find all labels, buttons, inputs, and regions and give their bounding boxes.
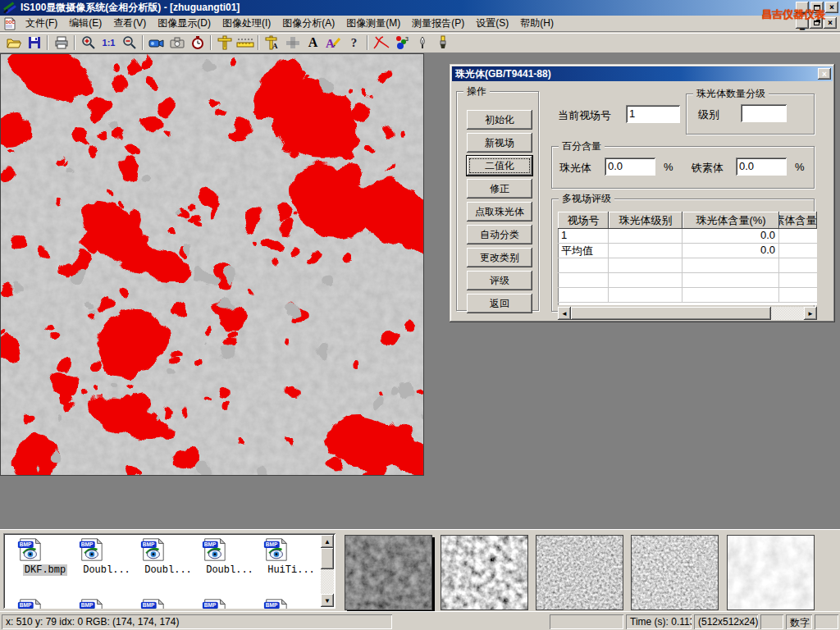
file-panel: BMP DKF.bmp BMP Doubl... BMP Doubl... BM… <box>0 529 840 611</box>
col-field-number: 视场号 <box>558 212 609 229</box>
print-icon[interactable] <box>51 34 71 52</box>
thumbnail-1[interactable] <box>345 535 432 610</box>
pick-pearlite-button[interactable]: 点取珠光体 <box>467 202 532 221</box>
file-item[interactable]: BMP Doubl... <box>138 536 199 576</box>
status-empty-pane <box>760 614 783 629</box>
correct-button[interactable]: 修正 <box>467 179 532 199</box>
ruler-icon[interactable] <box>235 34 255 52</box>
file-item[interactable]: BMP DKF.bmp <box>15 536 75 576</box>
menu-image-display[interactable]: 图像显示(D) <box>152 15 217 32</box>
actual-size-icon[interactable]: 1:1 <box>98 34 119 52</box>
menu-measure-report[interactable]: 测量报告(P) <box>406 15 470 32</box>
thumbnail-2[interactable] <box>441 535 528 610</box>
level-input[interactable] <box>741 104 787 122</box>
file-list[interactable]: BMP DKF.bmp BMP Doubl... BMP Doubl... BM… <box>3 533 336 609</box>
cell-field-number: 平均值 <box>558 244 609 258</box>
bmp-file-icon: BMP <box>76 536 106 563</box>
caliper-icon[interactable] <box>214 34 235 52</box>
menu-image-processing[interactable]: 图像处理(I) <box>217 15 276 32</box>
return-button[interactable]: 返回 <box>467 294 532 313</box>
file-list-scrollbar[interactable]: ▲ ▼ <box>321 535 334 607</box>
binarize-button[interactable]: 二值化 <box>467 156 532 176</box>
status-time: Time (s): 0.113 <box>626 614 692 629</box>
auto-classify-button[interactable]: 自动分类 <box>467 225 532 244</box>
cell-pearlite-pct: 0.0 <box>682 229 779 243</box>
scrollbar-thumb[interactable] <box>321 548 334 569</box>
scroll-up-icon[interactable]: ▲ <box>321 535 334 548</box>
file-name[interactable]: Doubl... <box>204 564 255 576</box>
table-horizontal-scrollbar[interactable]: ◄ ► <box>558 307 817 320</box>
file-name[interactable]: Doubl... <box>143 564 194 576</box>
snapshot-camera-icon[interactable] <box>167 34 187 52</box>
text-icon[interactable]: A <box>303 34 323 52</box>
close-button[interactable]: × <box>825 2 838 13</box>
pen-icon[interactable] <box>412 34 432 52</box>
timer-icon[interactable] <box>187 34 208 52</box>
toolbar-separator <box>258 35 259 50</box>
menu-help[interactable]: 帮助(H) <box>514 15 559 32</box>
file-name[interactable]: DKF.bmp <box>23 564 67 576</box>
menu-edit[interactable]: 编辑(E) <box>63 15 107 32</box>
file-name[interactable]: HuiTi... <box>266 564 317 576</box>
file-item[interactable]: BMP <box>199 597 260 609</box>
current-field-input[interactable]: 1 <box>626 105 680 123</box>
file-item[interactable]: BMP <box>76 597 137 609</box>
svg-text:BMP: BMP <box>81 541 94 547</box>
file-item[interactable]: BMP <box>261 597 322 609</box>
menu-image-measure[interactable]: 图像测量(M) <box>340 15 406 32</box>
mdi-close-button[interactable]: × <box>824 17 837 29</box>
file-item[interactable]: BMP HuiTi... <box>261 536 322 576</box>
save-icon[interactable] <box>24 34 44 52</box>
zoom-in-icon[interactable] <box>78 34 98 52</box>
file-item[interactable]: BMP <box>15 597 75 609</box>
ferrite-label: 铁素体 <box>692 161 724 176</box>
initialize-button[interactable]: 初始化 <box>467 110 532 130</box>
status-empty-pane <box>815 614 838 629</box>
cell-ferrite-pct <box>779 229 817 243</box>
curve-tool-icon[interactable] <box>371 34 391 52</box>
image-stitch-icon[interactable] <box>282 34 303 52</box>
micrograph-image[interactable] <box>0 53 424 476</box>
svg-text:BMP: BMP <box>20 602 32 608</box>
mdi-workspace: 珠光体(GB/T9441-88) × 操作 初始化 新视场 二值化 修正 点取珠… <box>0 53 840 529</box>
cell-field-number: 1 <box>558 229 609 243</box>
table-row[interactable]: 1 0.0 <box>558 229 817 244</box>
ferrite-percent-input[interactable]: 0.0 <box>736 158 787 176</box>
menu-image-analysis[interactable]: 图像分析(A) <box>276 15 340 32</box>
status-image-size: (512x512x24) <box>694 614 758 629</box>
menu-settings[interactable]: 设置(S) <box>470 15 514 32</box>
pearlite-percent-input[interactable]: 0.0 <box>605 158 655 176</box>
scroll-left-icon[interactable]: ◄ <box>558 307 571 320</box>
menu-view[interactable]: 查看(V) <box>107 15 152 32</box>
rating-table[interactable]: 视场号 珠光体级别 珠光体含量(%) 铁素体含量(%) 1 0.0 平均值 0.… <box>558 212 817 305</box>
scroll-right-icon[interactable]: ► <box>804 307 817 320</box>
thumbnail-3[interactable] <box>536 535 623 610</box>
scrollbar-thumb[interactable] <box>571 307 771 320</box>
file-item[interactable]: BMP Doubl... <box>199 536 260 576</box>
new-field-button[interactable]: 新视场 <box>467 133 532 153</box>
measure-text-icon[interactable]: A <box>262 34 282 52</box>
dialog-title-bar[interactable]: 珠光体(GB/T9441-88) × <box>452 66 833 81</box>
scroll-down-icon[interactable]: ▼ <box>321 594 334 607</box>
file-item[interactable]: BMP <box>138 597 199 609</box>
table-row[interactable]: 平均值 0.0 <box>558 244 817 258</box>
open-file-icon[interactable] <box>3 34 24 52</box>
brush-icon[interactable] <box>432 34 453 52</box>
menu-file[interactable]: 文件(F) <box>20 15 63 32</box>
bmp-file-icon: BMP <box>138 536 167 563</box>
toolbar-separator <box>47 35 48 50</box>
thumbnail-4[interactable] <box>631 535 719 610</box>
count-markers-icon[interactable]: 3 <box>391 34 412 52</box>
change-class-button[interactable]: 更改类别 <box>467 248 532 267</box>
table-row-empty <box>558 273 817 288</box>
zoom-out-icon[interactable] <box>119 34 139 52</box>
thumbnail-5[interactable] <box>727 535 815 610</box>
file-name[interactable]: Doubl... <box>81 564 132 576</box>
dialog-title: 珠光体(GB/T9441-88) <box>455 67 551 81</box>
rate-button[interactable]: 评级 <box>467 271 532 290</box>
text-edit-icon[interactable]: A <box>323 34 344 52</box>
dialog-close-icon[interactable]: × <box>818 68 831 80</box>
file-item[interactable]: BMP Doubl... <box>76 536 137 576</box>
help-icon[interactable]: ? <box>344 34 364 52</box>
video-camera-icon[interactable] <box>146 34 167 52</box>
